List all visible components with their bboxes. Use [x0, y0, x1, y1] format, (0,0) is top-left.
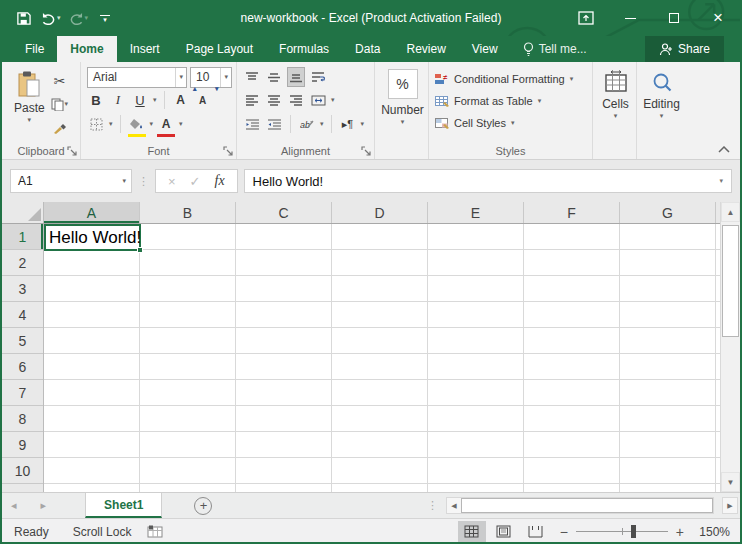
column-header-c[interactable]: C — [236, 202, 332, 223]
fill-handle[interactable] — [137, 247, 143, 253]
italic-button[interactable]: I — [109, 90, 127, 110]
scroll-left-icon[interactable]: ◀ — [447, 498, 461, 513]
cut-icon[interactable]: ✂ — [51, 71, 69, 91]
orientation-dropdown-icon[interactable]: ▾ — [320, 120, 324, 128]
zoom-out-icon[interactable]: − — [560, 524, 568, 540]
font-name-dropdown-icon[interactable]: ▾ — [175, 68, 186, 87]
row-header-3[interactable]: 3 — [2, 276, 43, 302]
minimize-icon[interactable] — [608, 0, 652, 36]
orientation-icon[interactable]: ab — [298, 114, 316, 134]
bottom-align-icon[interactable] — [287, 67, 305, 87]
maximize-icon[interactable] — [652, 0, 696, 36]
decrease-font-size-button[interactable]: A▾ — [194, 90, 212, 110]
column-header-g[interactable]: G — [620, 202, 716, 223]
normal-view-icon[interactable] — [458, 521, 486, 543]
number-dropdown-icon[interactable]: ▾ — [401, 118, 405, 126]
wrap-text-icon[interactable] — [309, 67, 327, 87]
cell-grid[interactable]: Hello World! — [44, 224, 720, 492]
align-left-icon[interactable] — [243, 90, 261, 110]
select-all-button[interactable] — [2, 202, 44, 224]
font-color-dropdown-icon[interactable]: ▾ — [179, 120, 183, 128]
number-format-button[interactable]: % — [388, 69, 418, 99]
expand-formula-bar-icon[interactable]: ▾ — [719, 177, 723, 185]
tab-view[interactable]: View — [459, 36, 511, 62]
font-name-combo[interactable]: Arial ▾ — [87, 67, 187, 88]
cells-button[interactable]: Cells ▾ — [596, 66, 635, 122]
row-header-6[interactable]: 6 — [2, 354, 43, 380]
tab-data[interactable]: Data — [342, 36, 393, 62]
row-header-5[interactable]: 5 — [2, 328, 43, 354]
cancel-icon[interactable]: × — [168, 174, 176, 189]
undo-icon[interactable]: ▾ — [41, 12, 61, 25]
vertical-scrollbar[interactable]: ▲ ▼ — [720, 202, 740, 492]
next-sheet-icon[interactable]: ▸ — [32, 499, 56, 512]
name-box[interactable]: A1 ▾ — [10, 169, 132, 193]
underline-button[interactable]: U — [131, 90, 149, 110]
row-header-1[interactable]: 1 — [2, 224, 43, 250]
ribbon-display-options-icon[interactable] — [564, 0, 608, 36]
row-header-partial[interactable] — [2, 484, 43, 491]
increase-indent-icon[interactable] — [265, 114, 283, 134]
previous-sheet-icon[interactable]: ◂ — [2, 499, 26, 512]
text-direction-dropdown-icon[interactable]: ▾ — [361, 120, 365, 128]
scroll-down-icon[interactable]: ▼ — [721, 472, 740, 492]
save-icon[interactable] — [16, 11, 31, 26]
format-painter-icon[interactable] — [51, 117, 69, 137]
tab-formulas[interactable]: Formulas — [266, 36, 342, 62]
zoom-slider[interactable] — [576, 531, 668, 532]
zoom-level[interactable]: 150% — [694, 525, 730, 539]
font-color-icon[interactable]: A — [157, 114, 175, 134]
copy-icon[interactable]: ▾ — [51, 94, 69, 114]
macro-record-icon[interactable] — [143, 525, 167, 538]
scroll-up-icon[interactable]: ▲ — [721, 202, 740, 222]
close-icon[interactable]: × — [696, 0, 740, 36]
tell-me-box[interactable]: Tell me... — [511, 36, 599, 62]
format-as-table-button[interactable]: Format as Table ▾ — [435, 90, 588, 112]
cell-styles-button[interactable]: Cell Styles ▾ — [435, 112, 588, 134]
customize-quick-access-toolbar-icon[interactable]: ▾ — [100, 15, 110, 22]
row-header-7[interactable]: 7 — [2, 380, 43, 406]
tab-home[interactable]: Home — [57, 36, 116, 62]
editing-dropdown-icon[interactable]: ▾ — [660, 112, 664, 120]
align-right-icon[interactable] — [287, 90, 305, 110]
clipboard-dialog-launcher-icon[interactable] — [67, 146, 77, 156]
tab-file[interactable]: File — [12, 36, 57, 62]
page-break-preview-icon[interactable] — [522, 521, 550, 543]
borders-dropdown-icon[interactable]: ▾ — [109, 120, 113, 128]
sheet-tab-sheet1[interactable]: Sheet1 — [85, 493, 162, 518]
column-header-b[interactable]: B — [140, 202, 236, 223]
merge-center-icon[interactable] — [309, 90, 327, 110]
zoom-in-icon[interactable]: + — [676, 524, 684, 540]
row-header-2[interactable]: 2 — [2, 250, 43, 276]
borders-icon[interactable] — [87, 114, 105, 134]
alignment-dialog-launcher-icon[interactable] — [361, 146, 371, 156]
column-header-f[interactable]: F — [524, 202, 620, 223]
fill-color-dropdown-icon[interactable]: ▾ — [150, 120, 154, 128]
undo-dropdown-icon[interactable]: ▾ — [57, 14, 61, 22]
tab-insert[interactable]: Insert — [117, 36, 173, 62]
paste-dropdown-icon[interactable]: ▾ — [28, 116, 32, 124]
horizontal-scrollbar[interactable]: ⋮ ◀ ▶ — [427, 493, 740, 518]
tab-page-layout[interactable]: Page Layout — [173, 36, 266, 62]
insert-function-icon[interactable]: fx — [215, 173, 225, 189]
cells-dropdown-icon[interactable]: ▾ — [614, 112, 618, 120]
center-icon[interactable] — [265, 90, 283, 110]
zoom-slider-thumb[interactable] — [631, 525, 636, 538]
collapse-ribbon-icon[interactable] — [718, 146, 730, 153]
tab-splitter-handle[interactable]: ⋮ — [427, 499, 438, 512]
conditional-formatting-button[interactable]: ≠ Conditional Formatting ▾ — [435, 68, 588, 90]
tab-review[interactable]: Review — [393, 36, 458, 62]
font-dialog-launcher-icon[interactable] — [223, 146, 233, 156]
row-header-8[interactable]: 8 — [2, 406, 43, 432]
editing-button[interactable]: Editing ▾ — [637, 66, 686, 122]
page-layout-view-icon[interactable] — [490, 521, 518, 543]
top-align-icon[interactable] — [243, 67, 261, 87]
number-group-button-label[interactable]: Number — [381, 103, 424, 117]
bold-button[interactable]: B — [87, 90, 105, 110]
fill-color-icon[interactable] — [128, 114, 146, 134]
new-sheet-button[interactable]: + — [194, 497, 212, 515]
column-header-d[interactable]: D — [332, 202, 428, 223]
row-header-9[interactable]: 9 — [2, 432, 43, 458]
paste-button[interactable]: Paste ▾ — [8, 66, 51, 137]
underline-dropdown-icon[interactable]: ▾ — [153, 96, 157, 104]
